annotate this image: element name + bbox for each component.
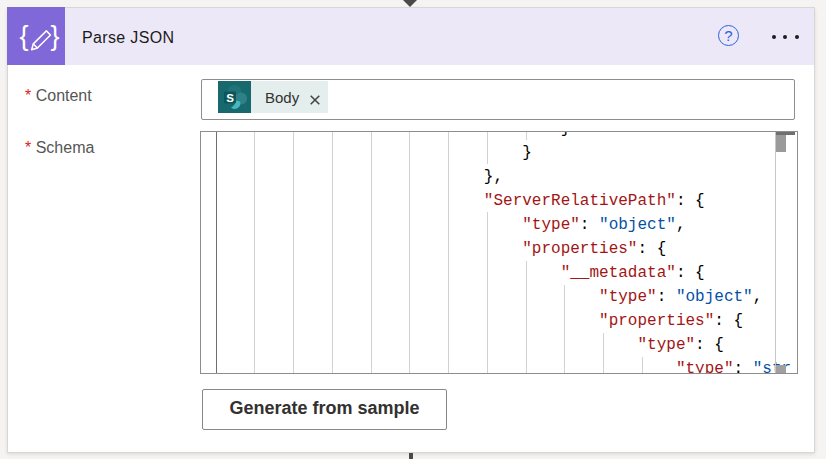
svg-text:S: S <box>226 92 234 104</box>
svg-text:{: { <box>19 21 28 51</box>
svg-text:}: } <box>50 21 59 51</box>
